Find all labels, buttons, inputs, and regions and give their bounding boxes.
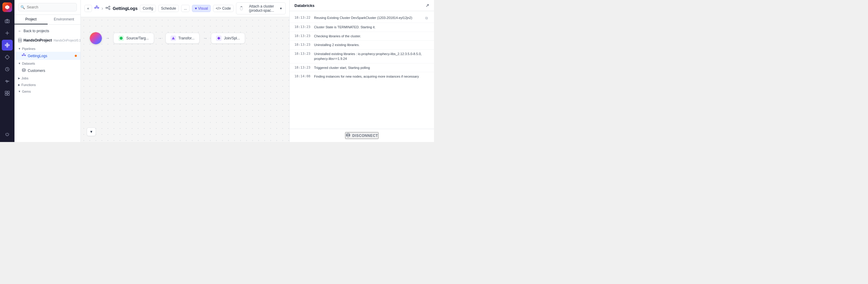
breadcrumb-separator: › xyxy=(101,6,103,11)
log-copy-btn-1[interactable]: ⧉ xyxy=(424,15,429,21)
sidebar-item-gettinglogs[interactable]: GettingLogs xyxy=(14,52,81,60)
visual-mode-button[interactable]: ♥ Visual xyxy=(192,5,211,12)
app-logo[interactable] xyxy=(2,2,12,12)
svg-point-6 xyxy=(8,44,9,46)
zoom-control[interactable]: ▼ xyxy=(87,128,96,136)
schedule-button[interactable]: Schedule xyxy=(158,5,179,12)
functions-section-header[interactable]: ▶ Functions xyxy=(14,82,81,88)
gems-section-header[interactable]: ▼ Gems xyxy=(14,88,81,95)
main-area: « › GettingLogs Config Schedule ... xyxy=(81,0,289,142)
svg-point-7 xyxy=(7,43,8,44)
project-icon xyxy=(18,38,22,43)
zoom-icon: ▼ xyxy=(90,130,93,134)
power-icon[interactable] xyxy=(2,129,13,140)
transform-node[interactable]: Transfor... xyxy=(165,33,200,44)
origin-node[interactable] xyxy=(90,32,102,44)
plus-icon[interactable] xyxy=(2,28,13,38)
search-icon: 🔍 xyxy=(21,5,25,9)
svg-point-39 xyxy=(347,135,347,136)
svg-marker-11 xyxy=(5,55,9,59)
cluster-spinner xyxy=(240,6,243,10)
sidebar-item-customers[interactable]: Customers xyxy=(14,67,81,75)
log-time-1: 18:13:22 xyxy=(294,15,310,21)
layout-icon[interactable] xyxy=(2,88,13,99)
svg-marker-35 xyxy=(172,37,175,39)
svg-point-31 xyxy=(109,8,110,10)
collapse-sidebar-button[interactable]: « xyxy=(84,5,92,12)
visual-icon: ♥ xyxy=(195,6,197,10)
disconnect-label: DISCONNECT xyxy=(352,134,378,138)
svg-point-21 xyxy=(25,55,26,56)
pipeline-icon-breadcrumb xyxy=(94,5,99,11)
collapse-icon: « xyxy=(87,6,89,10)
pulse-icon[interactable] xyxy=(2,76,13,86)
icon-rail xyxy=(0,0,14,142)
sidebar-tabs: Project Environment xyxy=(14,15,81,25)
diamond-icon[interactable] xyxy=(2,52,13,63)
connector-2: → xyxy=(158,36,162,41)
pipeline-item-icon xyxy=(22,53,26,58)
log-entry-5: 18:13:23 Uninstalled existing libraries … xyxy=(290,50,434,63)
tab-project[interactable]: Project xyxy=(14,15,48,24)
sidebar-content: ← Back to projects HandsOnProject HandsO… xyxy=(14,25,81,142)
join-icon xyxy=(216,36,221,41)
attach-cluster-label: Attach a cluster (product-spac... xyxy=(245,4,278,13)
attach-cluster-button[interactable]: Attach a cluster (product-spac... ▾ xyxy=(236,2,286,14)
pipelines-section-header[interactable]: ▼ Pipelines xyxy=(14,46,81,52)
datasets-label: Datasets xyxy=(22,62,35,65)
functions-label: Functions xyxy=(22,83,36,86)
log-time-5: 18:13:23 xyxy=(294,51,310,61)
svg-rect-16 xyxy=(7,94,9,95)
log-panel-footer: DISCONNECT xyxy=(290,129,434,142)
log-msg-7: Finding instances for new nodes, acquiri… xyxy=(314,74,429,79)
log-panel-title: Databricks xyxy=(294,3,314,8)
toolbar-right: Attach a cluster (product-spac... ▾ xyxy=(236,2,286,14)
source-target-node[interactable]: Source/Targ... xyxy=(113,33,154,44)
jobs-section-header[interactable]: ▶ Jobs xyxy=(14,75,81,81)
attach-dropdown-icon: ▾ xyxy=(280,6,282,10)
pipeline-nav-icon[interactable] xyxy=(2,40,13,50)
gems-label: Gems xyxy=(22,90,31,93)
log-time-6: 18:13:23 xyxy=(294,65,310,70)
search-input[interactable] xyxy=(18,3,77,11)
jobs-arrow: ▶ xyxy=(18,77,20,80)
log-entry-4: 18:13:23 Uninstalling 2 existing librari… xyxy=(290,41,434,49)
source-icon xyxy=(119,36,124,41)
disconnect-icon xyxy=(346,133,350,138)
pipeline-status-dot xyxy=(75,55,77,57)
functions-arrow: ▶ xyxy=(18,83,20,86)
pipeline-canvas[interactable]: → Source/Targ... → Transfor... → xyxy=(81,17,289,142)
log-time-4: 18:13:23 xyxy=(294,42,310,47)
project-name: HandsOnProject xyxy=(24,38,52,42)
svg-point-34 xyxy=(120,37,123,40)
log-entry-6: 18:13:23 Triggered cluster start, Starti… xyxy=(290,64,434,72)
jobs-label: Jobs xyxy=(22,76,28,80)
code-mode-button[interactable]: </> Code xyxy=(213,5,234,12)
clock-icon[interactable] xyxy=(2,64,13,75)
more-options-button[interactable]: ... xyxy=(181,5,190,12)
disconnect-button[interactable]: DISCONNECT xyxy=(345,132,378,139)
tab-environment[interactable]: Environment xyxy=(48,15,81,24)
join-split-node[interactable]: Join/Spl... xyxy=(211,33,245,44)
pipeline-name-label: GettingLogs xyxy=(113,6,137,11)
svg-marker-36 xyxy=(217,37,220,40)
datasets-section-header[interactable]: ▼ Datasets xyxy=(14,61,81,67)
expand-log-icon[interactable]: ↗ xyxy=(426,3,429,8)
log-entry-2: 18:13:23 Cluster State is TERMINATED. St… xyxy=(290,23,434,32)
back-arrow-icon: ← xyxy=(18,29,22,33)
svg-point-8 xyxy=(7,46,8,47)
config-button[interactable]: Config xyxy=(140,5,156,12)
code-label: Code xyxy=(222,6,231,10)
svg-point-29 xyxy=(106,7,107,8)
functions-section: ▶ Functions xyxy=(14,82,81,88)
log-entries: 18:13:22 Reusing Existing Cluster DevSpa… xyxy=(290,11,434,129)
svg-point-5 xyxy=(5,44,6,46)
camera-icon[interactable] xyxy=(2,15,13,27)
log-time-3: 18:13:23 xyxy=(294,34,310,39)
source-node-label: Source/Targ... xyxy=(126,36,149,40)
back-to-projects[interactable]: ← Back to projects xyxy=(14,27,81,35)
log-time-7: 18:14:08 xyxy=(294,74,310,79)
main-toolbar: « › GettingLogs Config Schedule ... xyxy=(81,0,289,17)
log-msg-5: Uninstalled existing libraries : io.prop… xyxy=(314,51,429,61)
pipeline-workflow-icon xyxy=(105,5,110,11)
